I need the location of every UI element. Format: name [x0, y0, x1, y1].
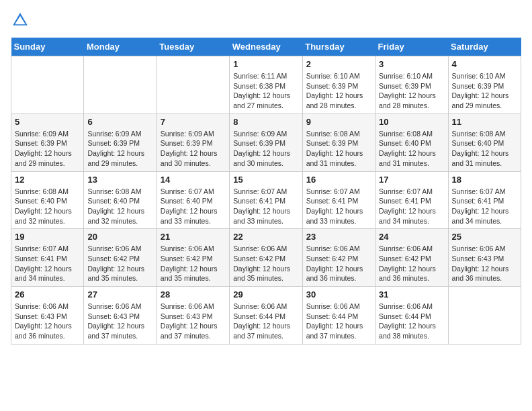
sunset-text: Sunset: 6:42 PM [233, 255, 285, 263]
daylight-text: Daylight: 12 hours and 29 minutes. [452, 91, 509, 109]
daylight-text: Daylight: 12 hours and 33 minutes. [306, 207, 363, 225]
sunrise-text: Sunrise: 6:06 AM [233, 302, 287, 310]
day-info: Sunrise: 6:08 AMSunset: 6:40 PMDaylight:… [15, 187, 80, 226]
day-info: Sunrise: 6:07 AMSunset: 6:41 PMDaylight:… [452, 187, 517, 226]
calendar-day-24: 24Sunrise: 6:06 AMSunset: 6:42 PMDayligh… [375, 229, 448, 287]
daylight-text: Daylight: 12 hours and 36 minutes. [15, 322, 72, 340]
daylight-text: Daylight: 12 hours and 35 minutes. [87, 265, 144, 283]
daylight-text: Daylight: 12 hours and 36 minutes. [306, 265, 363, 283]
sunrise-text: Sunrise: 6:08 AM [306, 130, 360, 138]
day-info: Sunrise: 6:06 AMSunset: 6:44 PMDaylight:… [306, 302, 371, 341]
day-info: Sunrise: 6:07 AMSunset: 6:41 PMDaylight:… [15, 244, 80, 283]
sunset-text: Sunset: 6:39 PM [306, 139, 359, 147]
calendar-day-20: 20Sunrise: 6:06 AMSunset: 6:42 PMDayligh… [84, 229, 157, 287]
daylight-text: Daylight: 12 hours and 34 minutes. [15, 265, 72, 283]
sunset-text: Sunset: 6:40 PM [87, 197, 140, 205]
day-info: Sunrise: 6:08 AMSunset: 6:40 PMDaylight:… [379, 129, 444, 169]
sunset-text: Sunset: 6:44 PM [379, 312, 431, 320]
day-number: 1 [233, 59, 298, 69]
calendar-day-31: 31Sunrise: 6:06 AMSunset: 6:44 PMDayligh… [375, 287, 448, 345]
day-info: Sunrise: 6:11 AMSunset: 6:38 PMDaylight:… [233, 71, 298, 111]
daylight-text: Daylight: 12 hours and 28 minutes. [379, 91, 436, 109]
sunset-text: Sunset: 6:44 PM [306, 312, 359, 320]
day-info: Sunrise: 6:09 AMSunset: 6:39 PMDaylight:… [233, 129, 298, 169]
daylight-text: Daylight: 12 hours and 34 minutes. [452, 207, 509, 225]
day-header-monday: Monday [84, 38, 157, 56]
day-number: 29 [233, 289, 298, 300]
day-number: 9 [306, 117, 371, 127]
sunset-text: Sunset: 6:41 PM [452, 197, 504, 205]
day-number: 2 [306, 59, 371, 69]
sunset-text: Sunset: 6:38 PM [233, 82, 285, 90]
day-number: 31 [379, 289, 444, 300]
calendar-empty-cell [84, 56, 157, 114]
day-number: 16 [306, 175, 371, 185]
sunset-text: Sunset: 6:44 PM [233, 312, 285, 320]
daylight-text: Daylight: 12 hours and 37 minutes. [233, 322, 290, 340]
calendar-day-29: 29Sunrise: 6:06 AMSunset: 6:44 PMDayligh… [230, 287, 302, 345]
calendar-day-15: 15Sunrise: 6:07 AMSunset: 6:41 PMDayligh… [230, 171, 302, 229]
day-number: 23 [306, 232, 371, 242]
day-number: 7 [161, 117, 226, 127]
sunset-text: Sunset: 6:42 PM [161, 255, 213, 263]
day-number: 30 [306, 289, 371, 300]
day-info: Sunrise: 6:09 AMSunset: 6:39 PMDaylight:… [87, 129, 152, 169]
calendar-day-4: 4Sunrise: 6:10 AMSunset: 6:39 PMDaylight… [448, 56, 521, 114]
day-info: Sunrise: 6:06 AMSunset: 6:43 PMDaylight:… [452, 244, 517, 283]
day-number: 12 [15, 175, 80, 185]
calendar-day-16: 16Sunrise: 6:07 AMSunset: 6:41 PMDayligh… [302, 171, 375, 229]
calendar-day-2: 2Sunrise: 6:10 AMSunset: 6:39 PMDaylight… [302, 56, 375, 114]
sunset-text: Sunset: 6:39 PM [233, 139, 285, 147]
calendar-week-row: 5Sunrise: 6:09 AMSunset: 6:39 PMDaylight… [11, 113, 521, 171]
day-header-saturday: Saturday [448, 38, 521, 56]
calendar-day-3: 3Sunrise: 6:10 AMSunset: 6:39 PMDaylight… [375, 56, 448, 114]
day-number: 26 [15, 289, 80, 300]
day-number: 18 [452, 175, 517, 185]
calendar-day-8: 8Sunrise: 6:09 AMSunset: 6:39 PMDaylight… [230, 113, 302, 171]
day-header-friday: Friday [375, 38, 448, 56]
sunrise-text: Sunrise: 6:10 AM [379, 72, 433, 80]
calendar-day-30: 30Sunrise: 6:06 AMSunset: 6:44 PMDayligh… [302, 287, 375, 345]
daylight-text: Daylight: 12 hours and 32 minutes. [87, 207, 144, 225]
sunrise-text: Sunrise: 6:06 AM [379, 244, 433, 253]
calendar-day-22: 22Sunrise: 6:06 AMSunset: 6:42 PMDayligh… [230, 229, 302, 287]
daylight-text: Daylight: 12 hours and 35 minutes. [233, 265, 290, 283]
daylight-text: Daylight: 12 hours and 36 minutes. [452, 265, 509, 283]
day-info: Sunrise: 6:08 AMSunset: 6:40 PMDaylight:… [87, 187, 152, 226]
day-info: Sunrise: 6:06 AMSunset: 6:42 PMDaylight:… [306, 244, 371, 283]
sunset-text: Sunset: 6:39 PM [15, 139, 67, 147]
day-number: 22 [233, 232, 298, 242]
sunrise-text: Sunrise: 6:06 AM [15, 302, 69, 310]
calendar-day-13: 13Sunrise: 6:08 AMSunset: 6:40 PMDayligh… [84, 171, 157, 229]
sunset-text: Sunset: 6:41 PM [379, 197, 431, 205]
sunrise-text: Sunrise: 6:07 AM [379, 187, 433, 195]
day-info: Sunrise: 6:06 AMSunset: 6:43 PMDaylight:… [87, 302, 152, 341]
sunset-text: Sunset: 6:39 PM [379, 82, 431, 90]
day-number: 10 [379, 117, 444, 127]
daylight-text: Daylight: 12 hours and 31 minutes. [306, 149, 363, 167]
daylight-text: Daylight: 12 hours and 29 minutes. [87, 149, 144, 167]
calendar-day-12: 12Sunrise: 6:08 AMSunset: 6:40 PMDayligh… [11, 171, 84, 229]
calendar-empty-cell [11, 56, 84, 114]
calendar: SundayMondayTuesdayWednesdayThursdayFrid… [11, 38, 521, 345]
daylight-text: Daylight: 12 hours and 33 minutes. [161, 207, 218, 225]
sunrise-text: Sunrise: 6:06 AM [306, 244, 360, 253]
header [11, 11, 521, 30]
day-info: Sunrise: 6:07 AMSunset: 6:41 PMDaylight:… [306, 187, 371, 226]
day-info: Sunrise: 6:06 AMSunset: 6:42 PMDaylight:… [87, 244, 152, 283]
calendar-week-row: 1Sunrise: 6:11 AMSunset: 6:38 PMDaylight… [11, 56, 521, 114]
daylight-text: Daylight: 12 hours and 35 minutes. [161, 265, 218, 283]
sunrise-text: Sunrise: 6:07 AM [452, 187, 506, 195]
daylight-text: Daylight: 12 hours and 31 minutes. [379, 149, 436, 167]
calendar-day-10: 10Sunrise: 6:08 AMSunset: 6:40 PMDayligh… [375, 113, 448, 171]
daylight-text: Daylight: 12 hours and 37 minutes. [161, 322, 218, 340]
calendar-day-25: 25Sunrise: 6:06 AMSunset: 6:43 PMDayligh… [448, 229, 521, 287]
sunset-text: Sunset: 6:41 PM [233, 197, 285, 205]
day-info: Sunrise: 6:06 AMSunset: 6:43 PMDaylight:… [15, 302, 80, 341]
sunset-text: Sunset: 6:43 PM [452, 255, 504, 263]
sunrise-text: Sunrise: 6:08 AM [87, 187, 141, 195]
day-info: Sunrise: 6:07 AMSunset: 6:40 PMDaylight:… [161, 187, 226, 226]
calendar-day-6: 6Sunrise: 6:09 AMSunset: 6:39 PMDaylight… [84, 113, 157, 171]
sunrise-text: Sunrise: 6:06 AM [87, 244, 141, 253]
calendar-day-7: 7Sunrise: 6:09 AMSunset: 6:39 PMDaylight… [157, 113, 229, 171]
